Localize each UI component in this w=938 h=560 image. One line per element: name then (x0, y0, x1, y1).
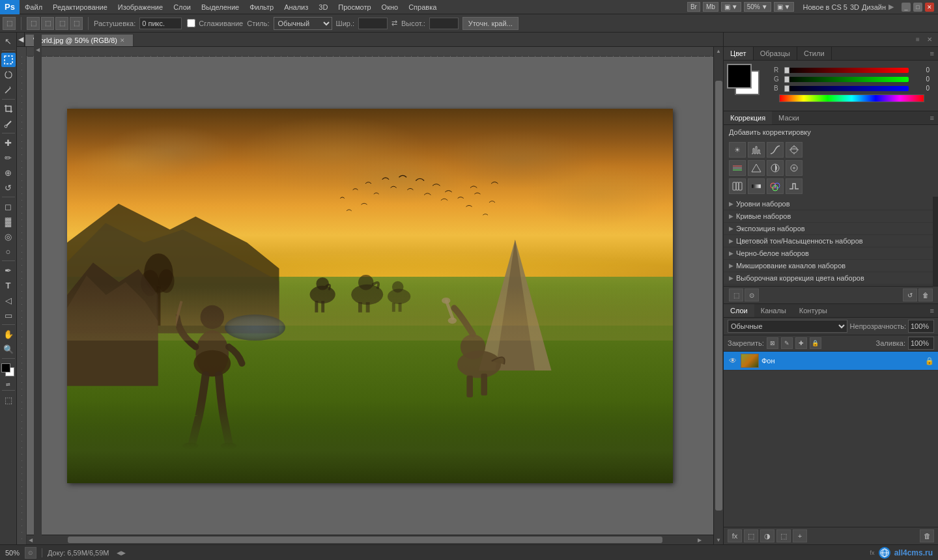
new-layer-btn[interactable]: + (793, 529, 807, 542)
type-tool[interactable]: T (1, 278, 16, 292)
zoom-picker-btn[interactable]: ⊙ (25, 547, 36, 559)
adj-item-hue-sat[interactable]: ▶ Цветовой тон/Насыщенность наборов (724, 235, 933, 247)
scroll-left-btn[interactable]: ◀ (36, 47, 40, 53)
exposure-icon[interactable] (786, 142, 803, 158)
shape-tool[interactable]: ▭ (1, 308, 16, 322)
panel-close-icon[interactable]: ✕ (924, 34, 935, 46)
refine-edge-btn[interactable]: Уточн. край... (462, 17, 519, 30)
watermark-globe-icon[interactable] (879, 547, 890, 559)
dodge-tool[interactable]: ○ (1, 244, 16, 259)
correction-tab[interactable]: Коррекция (724, 111, 772, 124)
fg-color[interactable] (1, 363, 10, 372)
b-slider-thumb[interactable] (784, 85, 789, 92)
g-slider-thumb[interactable] (784, 76, 789, 83)
bridge-btn[interactable]: Br (687, 2, 700, 12)
canvas-size-btn[interactable]: ▣▼ (721, 2, 741, 12)
panel-options-icon[interactable]: ≡ (912, 34, 924, 46)
clone-stamp-tool[interactable]: ⊕ (1, 165, 16, 180)
path-select-tool[interactable]: ◁ (1, 293, 16, 307)
gradient-tool[interactable]: ▓ (1, 214, 16, 229)
eraser-tool[interactable]: ◻ (1, 199, 16, 214)
paths-tab[interactable]: Контуры (793, 304, 834, 317)
swap-colors-icon[interactable]: ⇄ (6, 382, 10, 387)
feather-input[interactable] (139, 18, 182, 29)
lock-transparent-btn[interactable]: ⊠ (767, 337, 778, 349)
adjust-panel-menu-icon[interactable]: ≡ (926, 111, 938, 124)
menu-filter[interactable]: Фильтр (244, 0, 279, 14)
r-slider-track[interactable] (784, 68, 909, 73)
channel-mixer-icon[interactable] (729, 178, 746, 194)
layer-visibility-icon[interactable]: 👁 (728, 356, 738, 366)
adj-item-bw[interactable]: ▶ Черно-белое наборов (724, 247, 933, 260)
layer-mask-btn[interactable]: ⬚ (744, 529, 758, 542)
new-selection-icon[interactable]: ⬚ (27, 17, 40, 30)
magic-wand-tool[interactable] (1, 83, 16, 97)
canvas-scroll-area[interactable] (27, 57, 713, 535)
curves-icon[interactable] (767, 142, 784, 158)
canvas-tab-close[interactable]: ✕ (120, 37, 125, 44)
menu-window[interactable]: Окно (377, 0, 404, 14)
marquee-rect-tool[interactable] (1, 53, 16, 67)
color-balance-icon[interactable] (748, 160, 765, 176)
hand-tool[interactable]: ✋ (1, 327, 16, 341)
delete-layer-btn[interactable]: 🗑 (920, 529, 934, 542)
selective-color-icon[interactable] (767, 178, 784, 194)
history-brush-tool[interactable]: ↺ (1, 180, 16, 195)
screen-mode-btn[interactable]: ⬚ (1, 393, 16, 407)
lock-all-btn[interactable]: 🔒 (810, 337, 821, 349)
b-slider-track[interactable] (784, 86, 909, 91)
photo-filter-icon[interactable] (786, 160, 803, 176)
menu-layers[interactable]: Слои (168, 0, 196, 14)
scroll-right-arrow[interactable]: ▶ (696, 535, 704, 544)
opacity-input[interactable] (908, 320, 934, 333)
levels-icon[interactable] (748, 142, 765, 158)
layer-item-background[interactable]: 👁 Фон 🔒 (724, 352, 938, 371)
color-tab[interactable]: Цвет (724, 47, 754, 60)
canvas-vscroll[interactable]: ▲ ▼ (713, 47, 723, 544)
canvas-hscroll[interactable]: ◀ ▶ (27, 535, 713, 544)
adj-delete-btn[interactable]: 🗑 (918, 288, 933, 301)
adj-item-selective-color[interactable]: ▶ Выборочная коррекция цвета наборов (724, 272, 933, 285)
eyedropper-tool[interactable] (1, 117, 16, 131)
adjust-list-scrollbar[interactable] (933, 197, 938, 286)
styles-tab[interactable]: Стили (797, 47, 832, 60)
crop-tool[interactable] (1, 102, 16, 116)
menu-image[interactable]: Изображение (113, 0, 168, 14)
brightness-contrast-icon[interactable]: ☀ (729, 142, 746, 158)
scroll-up-arrow[interactable]: ▲ (715, 47, 722, 55)
fill-input[interactable] (908, 337, 934, 350)
add-selection-icon[interactable]: ⬚ (41, 17, 54, 30)
layer-adjustment-btn[interactable]: ◑ (760, 529, 775, 542)
lock-pixels-btn[interactable]: ✎ (781, 337, 793, 349)
prev-doc-btn[interactable]: ◀ (17, 33, 25, 46)
layers-panel-menu-icon[interactable]: ≡ (926, 304, 938, 317)
zoom-percent-btn[interactable]: 50% ▼ (744, 2, 771, 12)
adj-item-curves[interactable]: ▶ Кривые наборов (724, 210, 933, 223)
color-panel-menu-icon[interactable]: ≡ (926, 47, 938, 60)
smooth-checkbox[interactable] (187, 19, 195, 27)
move-tool[interactable]: ↖ (1, 34, 16, 48)
adj-item-channel-mix[interactable]: ▶ Микширование каналов наборов (724, 260, 933, 272)
blur-tool[interactable]: ◎ (1, 229, 16, 244)
channels-tab[interactable]: Каналы (754, 304, 793, 317)
style-select[interactable]: Обычный С фиксир. отн. ст. Фиксированный… (274, 17, 332, 30)
workspace-arrow[interactable]: ▶ (888, 3, 894, 11)
swatches-tab[interactable]: Образцы (754, 47, 797, 60)
adj-preview-btn[interactable]: ⊙ (745, 288, 759, 301)
r-slider-thumb[interactable] (784, 67, 789, 74)
vscroll-thumb[interactable] (715, 81, 722, 511)
3d-label[interactable]: 3D (850, 3, 859, 11)
color-spectrum-bar[interactable] (779, 94, 924, 102)
menu-edit[interactable]: Редактирование (48, 0, 113, 14)
adj-item-exposure[interactable]: ▶ Экспозиция наборов (724, 223, 933, 235)
menu-analysis[interactable]: Анализ (279, 0, 313, 14)
swap-wh-icon[interactable]: ⇄ (391, 19, 397, 27)
design-label[interactable]: Дизайн (862, 3, 886, 11)
width-input[interactable] (358, 18, 388, 29)
gradient-map-icon[interactable] (748, 178, 765, 194)
window-minimize-btn[interactable]: _ (902, 3, 911, 12)
lasso-tool[interactable] (1, 68, 16, 82)
menu-file[interactable]: Файл (20, 0, 48, 14)
foreground-color-swatch[interactable] (727, 64, 752, 89)
hscroll-thumb[interactable] (68, 537, 663, 543)
